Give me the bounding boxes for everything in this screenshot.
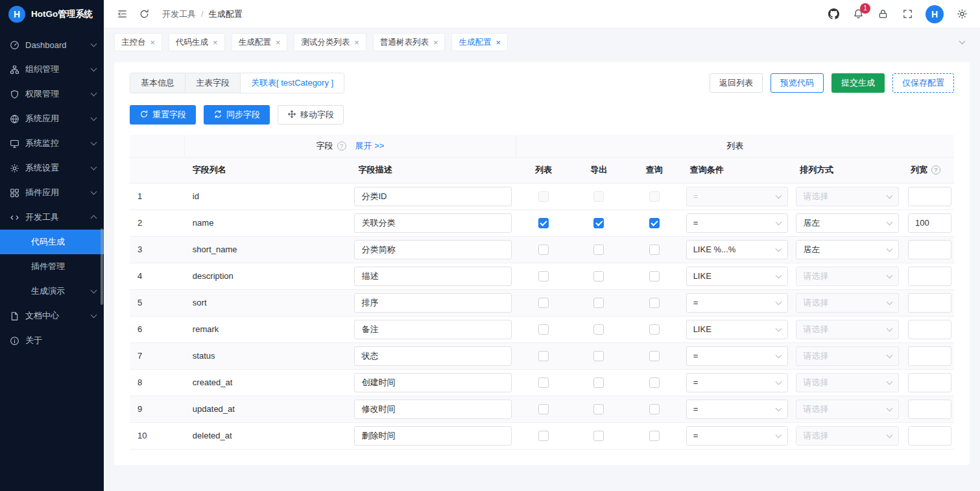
list-checkbox[interactable] [538, 298, 549, 308]
preview-code-button[interactable]: 预览代码 [771, 73, 824, 93]
sidebar-subitem-code-generation[interactable]: 代码生成 [0, 230, 104, 254]
query-condition-select[interactable]: = [686, 187, 789, 206]
field-desc-input[interactable] [354, 267, 512, 286]
align-select[interactable]: 请选择 [796, 320, 899, 339]
tab-basic-info[interactable]: 基本信息 [130, 73, 185, 93]
column-width-input[interactable] [908, 293, 951, 313]
query-checkbox[interactable] [649, 218, 660, 228]
align-select[interactable]: 请选择 [796, 346, 899, 366]
close-icon[interactable]: × [276, 38, 281, 47]
column-width-input[interactable] [908, 346, 951, 366]
tab-main-fields[interactable]: 主表字段 [185, 73, 241, 93]
export-checkbox[interactable] [593, 271, 604, 281]
export-checkbox[interactable] [593, 431, 604, 441]
export-checkbox[interactable] [593, 377, 604, 388]
breadcrumb-section[interactable]: 开发工具 [162, 8, 196, 20]
sidebar-item-permission[interactable]: 权限管理 [0, 82, 104, 106]
export-checkbox[interactable] [593, 298, 604, 308]
query-condition-select[interactable]: LIKE [686, 320, 789, 339]
close-icon[interactable]: × [433, 38, 438, 47]
export-checkbox[interactable] [593, 404, 604, 414]
sidebar-item-dev-tools[interactable]: 开发工具 [0, 205, 104, 230]
column-width-input[interactable] [908, 267, 951, 286]
field-desc-input[interactable] [354, 320, 512, 339]
align-select[interactable]: 居左 [796, 240, 899, 259]
field-desc-input[interactable] [354, 213, 512, 233]
query-condition-select[interactable]: = [686, 400, 789, 419]
sync-fields-button[interactable]: 同步字段 [204, 105, 270, 125]
sidebar-item-plugin-app[interactable]: 插件应用 [0, 180, 104, 205]
query-checkbox[interactable] [649, 324, 660, 335]
expand-link[interactable]: 展开 >> [355, 140, 385, 152]
align-select[interactable]: 居左 [796, 213, 899, 233]
query-condition-select[interactable]: = [686, 426, 789, 446]
sidebar-item-system-settings[interactable]: 系统设置 [0, 156, 104, 180]
open-tab-3[interactable]: 测试分类列表× [294, 33, 366, 51]
list-checkbox[interactable] [538, 218, 549, 228]
column-width-input[interactable] [908, 373, 951, 392]
field-desc-input[interactable] [354, 293, 512, 313]
query-checkbox[interactable] [649, 351, 660, 361]
export-checkbox[interactable] [593, 245, 604, 255]
field-desc-input[interactable] [354, 426, 512, 446]
column-width-input[interactable] [908, 213, 951, 233]
user-avatar[interactable]: H [926, 5, 944, 23]
help-icon[interactable]: ? [337, 141, 346, 150]
column-width-input[interactable] [908, 240, 951, 259]
list-checkbox[interactable] [538, 271, 549, 281]
align-select[interactable]: 请选择 [796, 426, 899, 446]
github-icon[interactable] [827, 8, 840, 21]
field-desc-input[interactable] [354, 400, 512, 419]
sidebar-item-organization[interactable]: 组织管理 [0, 57, 104, 82]
query-condition-select[interactable]: LIKE [686, 267, 789, 286]
align-select[interactable]: 请选择 [796, 267, 899, 286]
collapse-menu-icon[interactable] [115, 8, 128, 21]
sidebar-item-system-monitor[interactable]: 系统监控 [0, 131, 104, 156]
back-to-list-button[interactable]: 返回列表 [710, 73, 763, 93]
list-checkbox[interactable] [538, 431, 549, 441]
move-fields-button[interactable]: 移动字段 [278, 105, 344, 125]
open-tab-0[interactable]: 主控台× [114, 33, 162, 51]
close-icon[interactable]: × [213, 38, 218, 47]
column-width-input[interactable] [908, 320, 951, 339]
list-checkbox[interactable] [538, 191, 549, 202]
query-checkbox[interactable] [649, 271, 660, 281]
column-width-input[interactable] [908, 400, 951, 419]
align-select[interactable]: 请选择 [796, 187, 899, 206]
close-icon[interactable]: × [354, 38, 359, 47]
lock-screen-icon[interactable] [876, 8, 889, 21]
sidebar-item-doc-center[interactable]: 文档中心 [0, 304, 104, 328]
export-checkbox[interactable] [593, 324, 604, 335]
align-select[interactable]: 请选择 [796, 293, 899, 313]
list-checkbox[interactable] [538, 377, 549, 388]
list-checkbox[interactable] [538, 324, 549, 335]
query-checkbox[interactable] [649, 245, 660, 255]
export-checkbox[interactable] [593, 191, 604, 202]
tabs-collapse-button[interactable] [954, 34, 970, 50]
field-desc-input[interactable] [354, 373, 512, 392]
close-icon[interactable]: × [150, 38, 156, 47]
reset-fields-button[interactable]: 重置字段 [130, 105, 196, 125]
sidebar-item-system-app[interactable]: 系统应用 [0, 106, 104, 131]
field-desc-input[interactable] [354, 187, 512, 206]
help-icon[interactable]: ? [931, 165, 940, 174]
open-tab-5[interactable]: 生成配置× [451, 33, 508, 51]
open-tab-1[interactable]: 代码生成× [169, 33, 225, 51]
close-icon[interactable]: × [496, 38, 501, 47]
query-condition-select[interactable]: = [686, 293, 789, 313]
query-condition-select[interactable]: = [686, 346, 789, 366]
query-condition-select[interactable]: = [686, 213, 789, 233]
list-checkbox[interactable] [538, 351, 549, 361]
save-config-button[interactable]: 仅保存配置 [892, 73, 954, 93]
export-checkbox[interactable] [593, 218, 604, 228]
list-checkbox[interactable] [538, 404, 549, 414]
query-checkbox[interactable] [649, 404, 660, 414]
submit-generate-button[interactable]: 提交生成 [831, 73, 885, 93]
breadcrumb-current[interactable]: 生成配置 [209, 8, 243, 20]
query-checkbox[interactable] [649, 191, 660, 202]
column-width-input[interactable] [908, 187, 951, 206]
tab-relation-table[interactable]: 关联表[ testCategory ] [240, 73, 344, 93]
align-select[interactable]: 请选择 [796, 373, 899, 392]
sidebar-subitem-plugin-management[interactable]: 插件管理 [0, 254, 104, 279]
open-tab-2[interactable]: 生成配置× [232, 33, 288, 51]
